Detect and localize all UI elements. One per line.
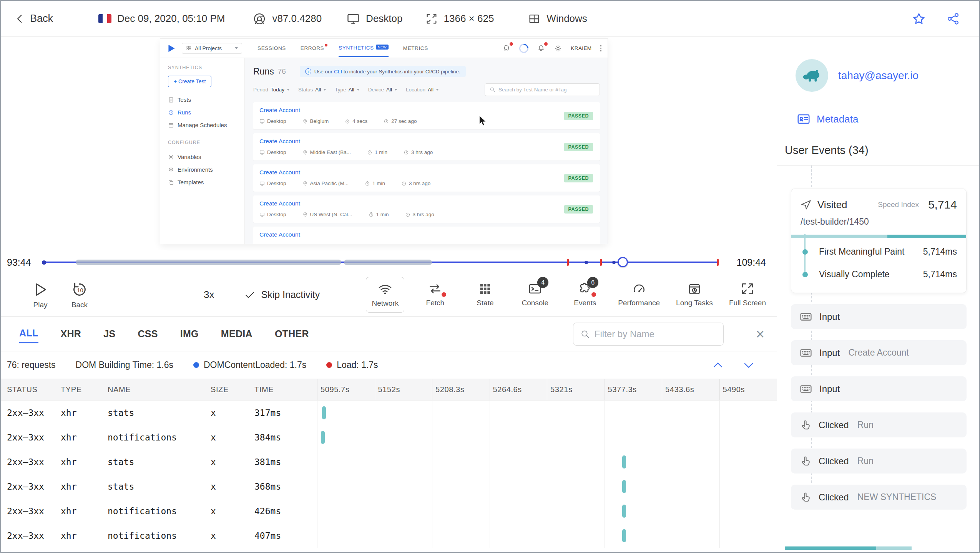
metric-row: Visually Complete 5,714ms [801, 263, 957, 286]
replayed-app-tabs: SESSIONS ERRORS SYNTHETICSNEW METRICS [257, 40, 428, 57]
status-badge: PASSED [564, 112, 593, 120]
keyboard-icon [799, 382, 812, 396]
calendar-icon [168, 122, 174, 128]
sidebar-item-templates: Templates [168, 176, 238, 189]
panel-network-button[interactable]: Network [366, 277, 404, 313]
search-icon [580, 329, 590, 339]
location-pin-icon [302, 119, 308, 124]
playhead-handle[interactable] [618, 257, 628, 267]
network-tab-all[interactable]: ALL [19, 325, 38, 343]
visited-event-card[interactable]: Visited Speed Index 5,714 /test-builder/… [791, 189, 967, 293]
user-event-card[interactable]: Clicked Run [791, 449, 967, 474]
panel-events-button[interactable]: 6 Events [566, 277, 604, 312]
windows-icon [528, 12, 541, 25]
run-card: Create Account Desktop Belgium 4 secs 27… [253, 102, 600, 129]
sidebar-section-synthetics: SYNTHETICS [168, 65, 238, 70]
network-request-row[interactable]: 2xx–3xx xhr stats x 368ms [1, 474, 777, 499]
user-event-card[interactable]: Input [791, 304, 967, 329]
sidebar-item-tests: Tests [168, 93, 238, 106]
network-tab-media[interactable]: MEDIA [221, 325, 252, 343]
tab-sessions: SESSIONS [257, 40, 286, 56]
chevron-down-icon [235, 47, 238, 49]
chevron-down-icon[interactable] [742, 359, 755, 372]
errors-dot [325, 44, 327, 46]
timeline-error-mark[interactable] [567, 259, 569, 266]
col-tick: 5208.3s [432, 379, 490, 400]
waterfall-bar [622, 480, 626, 493]
user-event-card[interactable]: Clicked Run [791, 412, 967, 437]
network-summary: 76: requests DOM Building Time: 1.6s DOM… [1, 351, 777, 379]
timeline-start-dot [42, 260, 46, 265]
new-badge: NEW [376, 45, 389, 50]
france-flag-icon [98, 14, 111, 23]
play-button[interactable]: Play [32, 281, 49, 309]
speed-toggle[interactable]: 3x [204, 289, 214, 301]
network-filter-input[interactable] [595, 329, 716, 339]
sidebar-item-variables: Variables [168, 151, 238, 163]
back-10s-button[interactable]: 10 Back [71, 281, 88, 309]
network-tab-js[interactable]: JS [103, 325, 115, 343]
timeline-event-dot[interactable] [585, 261, 588, 264]
col-size: SIZE [211, 385, 254, 394]
device-group: Desktop [346, 12, 402, 26]
network-request-row[interactable]: 2xx–3xx xhr notifications x 407ms [1, 523, 777, 548]
panel-performance-button[interactable]: Performance [616, 277, 662, 312]
timeline-event-dot[interactable] [612, 261, 616, 264]
tab-metrics: METRICS [403, 40, 428, 56]
close-panel-icon[interactable]: × [756, 327, 764, 341]
share-icon[interactable] [946, 12, 960, 26]
filter-dropdown: DeviceAll [368, 87, 397, 93]
network-table-body: 2xx–3xx xhr stats x 317ms 2xx–3xx xhr no… [1, 401, 777, 548]
user-event-card[interactable]: Input Create Account [791, 340, 967, 365]
document-icon [168, 97, 174, 103]
col-time: TIME [254, 385, 317, 394]
panel-console-button[interactable]: 4 Console [516, 277, 554, 312]
skip-inactivity-toggle[interactable]: Skip Inactivity [244, 289, 320, 301]
svg-text:10: 10 [77, 287, 83, 293]
timeline-track[interactable] [43, 261, 719, 263]
dcl-dot [193, 362, 199, 368]
user-event-card[interactable]: Clicked NEW SYNTHETICS [791, 485, 967, 510]
favorite-star-icon[interactable] [912, 12, 926, 26]
wifi-icon [378, 282, 392, 296]
col-tick: 5095.7s [317, 379, 375, 400]
replay-stage: All Projects SESSIONS ERRORS SYNTHETICSN… [1, 37, 777, 251]
dom-content-loaded: DOMContentLoaded: 1.7s [193, 360, 306, 370]
inactivity-segment [344, 260, 432, 265]
console-count-badge: 4 [537, 277, 548, 288]
requests-count: 76: requests [7, 360, 56, 370]
mouse-cursor-icon [478, 115, 488, 127]
network-tab-other[interactable]: OTHER [275, 325, 309, 343]
current-time: 93:44 [7, 257, 31, 268]
player-controls: Play 10 Back 3x Skip Inactivity Network … [1, 273, 777, 317]
panel-long-tasks-button[interactable]: Long Tasks [674, 277, 715, 312]
network-request-row[interactable]: 2xx–3xx xhr notifications x 384ms [1, 425, 777, 450]
network-request-row[interactable]: 2xx–3xx xhr notifications x 426ms [1, 499, 777, 523]
user-event-card[interactable]: Input [791, 376, 967, 401]
network-tab-img[interactable]: IMG [180, 325, 199, 343]
project-label: All Projects [195, 45, 222, 51]
os-group: Windows [528, 12, 587, 25]
network-tab-xhr[interactable]: XHR [61, 325, 81, 343]
user-events-title: User Events (34) [785, 144, 979, 157]
cli-banner: i Use our CLI to include your Synthetics… [300, 66, 466, 77]
panel-fetch-button[interactable]: Fetch [416, 277, 454, 312]
metric-row: First Meaningful Paint 5,714ms [801, 240, 957, 263]
monitor-icon [259, 150, 265, 155]
monitor-icon [346, 12, 360, 26]
col-tick: 5377.3s [605, 379, 662, 400]
panel-full-screen-button[interactable]: Full Screen [727, 277, 768, 312]
chevron-up-icon[interactable] [711, 359, 724, 372]
back-button[interactable]: Back [14, 13, 53, 25]
panel-state-button[interactable]: State [466, 277, 504, 312]
network-tab-css[interactable]: CSS [138, 325, 158, 343]
timeline-error-mark[interactable] [717, 259, 719, 266]
clock-icon [401, 181, 407, 186]
sidebar-item-environments: Environments [168, 163, 238, 176]
replayed-app-sidebar: SYNTHETICS + Create Test Tests Runs [160, 58, 245, 244]
filter-dropdown: PeriodToday [253, 87, 290, 93]
network-request-row[interactable]: 2xx–3xx xhr stats x 317ms [1, 401, 777, 425]
network-request-row[interactable]: 2xx–3xx xhr stats x 381ms [1, 450, 777, 474]
metadata-button[interactable]: Metadata [796, 112, 979, 126]
timeline-error-mark[interactable] [600, 259, 602, 266]
